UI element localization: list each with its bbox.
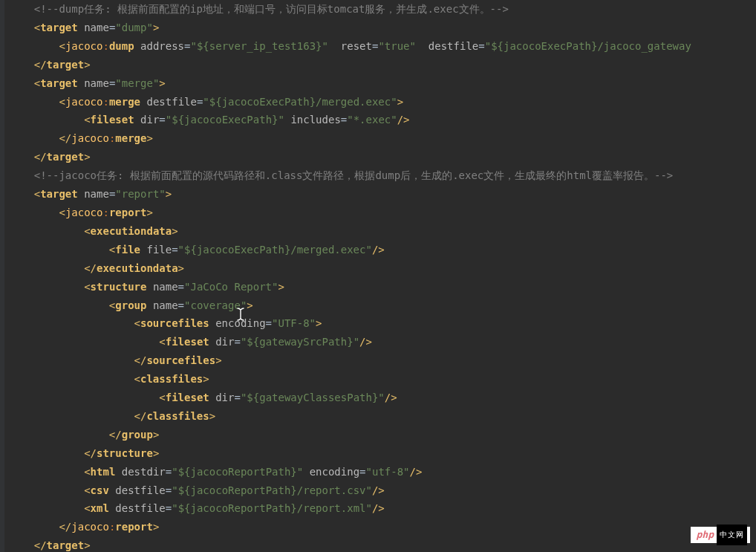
code-line[interactable]: </target> bbox=[9, 56, 756, 74]
code-line[interactable]: </executiondata> bbox=[9, 259, 756, 278]
code-token: </ bbox=[109, 429, 122, 441]
code-token: "${jacocoExecPath}" bbox=[166, 114, 284, 126]
code-line[interactable]: <!--jacoco任务: 根据前面配置的源代码路径和.class文件路径，根据… bbox=[9, 166, 756, 185]
code-token: dump bbox=[109, 40, 134, 52]
code-line[interactable]: <classfiles> bbox=[9, 370, 756, 389]
code-token bbox=[303, 466, 309, 478]
code-line[interactable]: <fileset dir="${jacocoExecPath}" include… bbox=[9, 111, 756, 129]
code-token bbox=[209, 317, 215, 329]
code-token: "${gatewayClassesPath}" bbox=[241, 392, 385, 403]
code-line[interactable]: <executiondata> bbox=[9, 222, 756, 241]
code-token: = bbox=[234, 336, 240, 348]
code-token: "merge" bbox=[115, 77, 159, 89]
code-token: target bbox=[47, 59, 85, 71]
code-token bbox=[209, 392, 215, 403]
code-token bbox=[78, 77, 84, 89]
watermark-cn: 中文网 bbox=[717, 525, 747, 546]
code-line[interactable]: <jacoco:merge destfile="${jacocoExecPath… bbox=[9, 93, 756, 111]
code-token: "${server_ip_test163}" bbox=[191, 40, 328, 52]
code-token: /> bbox=[372, 484, 385, 496]
code-line[interactable]: <jacoco:dump address="${server_ip_test16… bbox=[9, 37, 756, 56]
code-token: < bbox=[84, 225, 90, 237]
code-token: > bbox=[209, 410, 215, 422]
code-line[interactable]: </group> bbox=[9, 426, 756, 444]
code-line[interactable]: </classfiles> bbox=[9, 407, 756, 426]
code-line[interactable]: <structure name="JaCoCo Report"> bbox=[9, 278, 756, 296]
code-token: /> bbox=[359, 336, 372, 348]
code-token: "${jacocoExecPath}/jacoco_gateway bbox=[485, 40, 691, 52]
code-line[interactable]: <file file="${jacocoExecPath}/merged.exe… bbox=[9, 241, 756, 259]
code-token bbox=[209, 336, 215, 348]
code-token: = bbox=[359, 466, 365, 478]
code-token: "${jacocoReportPath}/report.csv" bbox=[172, 484, 372, 496]
code-token: merge bbox=[109, 96, 140, 108]
code-line[interactable]: </jacoco:merge> bbox=[9, 129, 756, 148]
code-line[interactable]: <target name="dump"> bbox=[9, 19, 756, 37]
code-token: "true" bbox=[378, 40, 416, 52]
code-line[interactable]: <target name="report"> bbox=[9, 185, 756, 204]
code-token: "UTF-8" bbox=[272, 317, 316, 329]
code-token: "report" bbox=[115, 188, 165, 200]
code-token: target bbox=[47, 151, 85, 163]
code-token: destfile bbox=[146, 96, 196, 108]
code-token: /> bbox=[397, 114, 410, 126]
code-line[interactable]: <group name="coverage"> bbox=[9, 296, 756, 315]
code-token: dir bbox=[215, 392, 234, 403]
code-editor[interactable]: <!--dump任务: 根据前面配置的ip地址，和端口号，访问目标tomcat服… bbox=[4, 0, 756, 552]
code-token: = bbox=[166, 502, 172, 514]
code-token: "${gatewaySrcPath}" bbox=[241, 336, 359, 348]
code-line[interactable]: <fileset dir="${gatewayClassesPath}"/> bbox=[9, 389, 756, 407]
code-token: <!--dump任务: 根据前面配置的ip地址，和端口号，访问目标tomcat服… bbox=[34, 3, 509, 15]
code-token: "${jacocoExecPath}/merged.exec" bbox=[178, 244, 372, 256]
code-token: file bbox=[115, 244, 140, 256]
code-token: destfile bbox=[115, 502, 165, 514]
code-token: jacoco bbox=[65, 207, 103, 218]
code-line[interactable]: <target name="merge"> bbox=[9, 74, 756, 93]
code-token: < bbox=[59, 40, 65, 52]
code-token: html bbox=[91, 466, 116, 478]
code-token: jacoco bbox=[65, 40, 103, 52]
code-line[interactable]: <fileset dir="${gatewaySrcPath}"/> bbox=[9, 333, 756, 351]
code-line[interactable]: </structure> bbox=[9, 444, 756, 463]
code-line[interactable]: <html destdir="${jacocoReportPath}" enco… bbox=[9, 463, 756, 481]
code-token: /> bbox=[372, 502, 385, 514]
code-token bbox=[146, 299, 152, 311]
code-line[interactable]: </target> bbox=[9, 536, 756, 552]
code-token: < bbox=[34, 188, 40, 200]
code-token: </ bbox=[134, 410, 147, 422]
code-token: "JaCoCo Report" bbox=[184, 281, 278, 293]
code-token: sourcefiles bbox=[140, 317, 209, 329]
code-line[interactable]: </sourcefiles> bbox=[9, 351, 756, 370]
code-token: /> bbox=[410, 466, 423, 478]
code-token: < bbox=[84, 281, 90, 293]
code-token bbox=[416, 40, 428, 52]
code-token: > bbox=[146, 207, 152, 218]
code-line[interactable]: <!--dump任务: 根据前面配置的ip地址，和端口号，访问目标tomcat服… bbox=[9, 0, 756, 19]
code-line[interactable]: <jacoco:report> bbox=[9, 204, 756, 222]
code-token: = bbox=[184, 40, 190, 52]
code-token: target bbox=[40, 77, 78, 89]
code-token: name bbox=[153, 299, 178, 311]
code-token: </ bbox=[134, 354, 147, 366]
code-line[interactable]: </jacoco:report> bbox=[9, 518, 756, 536]
code-token: name bbox=[84, 188, 109, 200]
code-token: </ bbox=[59, 132, 71, 144]
code-token: executiondata bbox=[97, 262, 178, 274]
code-token: group bbox=[115, 299, 146, 311]
code-line[interactable]: <sourcefiles encoding="UTF-8"> bbox=[9, 314, 756, 333]
code-token: report bbox=[115, 521, 153, 533]
code-line[interactable]: </target> bbox=[9, 148, 756, 166]
code-line[interactable]: <csv destfile="${jacocoReportPath}/repor… bbox=[9, 481, 756, 500]
code-token: target bbox=[40, 188, 78, 200]
code-token: < bbox=[34, 22, 40, 33]
code-token: target bbox=[47, 539, 85, 551]
code-token: name bbox=[84, 77, 109, 89]
code-token: destdir bbox=[122, 466, 166, 478]
code-token: fileset bbox=[166, 336, 209, 348]
code-line[interactable]: <xml destfile="${jacocoReportPath}/repor… bbox=[9, 499, 756, 518]
code-token: includes bbox=[290, 114, 340, 126]
code-token: report bbox=[109, 207, 147, 218]
code-token: = bbox=[172, 244, 177, 256]
code-token: "${jacocoExecPath}/merged.exec" bbox=[203, 96, 397, 108]
code-token: > bbox=[153, 429, 159, 441]
